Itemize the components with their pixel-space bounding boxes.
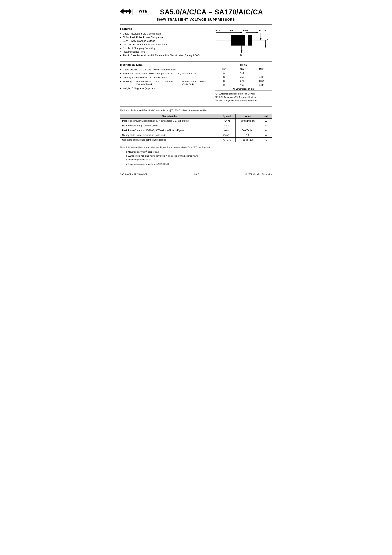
svg-text:B: B — [243, 29, 245, 32]
svg-marker-5 — [240, 32, 242, 33]
list-item: Uni- and Bi-Directional Versions Availab… — [120, 43, 207, 46]
table-row: Peak Forward Surge Current (Note 3) IFSM… — [120, 123, 272, 128]
header-divider — [120, 24, 272, 25]
value-cell: 70 — [235, 123, 260, 128]
mechanical-items: Case: JEDEC DO-15 Low Profile Molded Pla… — [120, 68, 211, 90]
note-3: 3. 8.3ms single half sine-wave duty cycl… — [126, 155, 198, 157]
list-item: Polarity: Cathode Band or Cathode Notch — [120, 76, 211, 79]
page-header: WTE POWER SEMICONDUCTORS SA5.0/A/C/CA – … — [120, 7, 272, 16]
table-row: B 5.50 7.62 — [215, 75, 272, 79]
ratings-table: Characteristic Symbol Value Unit Peak Pu… — [120, 114, 272, 142]
symbol-cell: IPPM — [218, 128, 235, 133]
table-row: D 2.60 3.60 — [215, 83, 272, 87]
features-title: Features — [120, 27, 207, 30]
svg-marker-0 — [120, 8, 126, 14]
dimension-table-area: DO-15 Dim Min Max A 25.4 — B 5.50 7.62 C… — [215, 63, 272, 102]
symbol-cell: PPPM — [218, 118, 235, 123]
package-header: DO-15 — [215, 63, 272, 67]
svg-text:D: D — [240, 53, 242, 56]
main-title: SA5.0/A/C/CA – SA170/A/C/CA — [160, 8, 263, 16]
footer-left: SA5.0/A/CA – SA170/A/C/CA — [120, 173, 147, 175]
note-5: 5. Peak pulse power waveform is 10/1000µ… — [126, 163, 169, 165]
min-col-header: Min — [233, 67, 251, 71]
symbol-header: Symbol — [218, 114, 235, 118]
notes-label: Note: — [120, 146, 125, 148]
notes-section: Note: 1. Non-repetitive current pulse, p… — [120, 145, 272, 166]
page-footer: SA5.0/A/CA – SA170/A/C/CA 1 of 5 © 2002 … — [120, 172, 272, 175]
svg-marker-8 — [256, 32, 258, 33]
svg-marker-18 — [265, 45, 266, 48]
max-ratings-title: Maximum Ratings and Electrical Character… — [120, 109, 272, 112]
unit-cell: W — [260, 133, 272, 138]
characteristic-cell: Steady State Power Dissipation (Note 2, … — [120, 133, 218, 138]
symbol-cell: PM(AV) — [218, 133, 235, 138]
list-item: Plastic Case Material has UL Flammabilit… — [120, 54, 207, 57]
svg-rect-13 — [245, 35, 248, 45]
list-item: Fast Response Time — [120, 50, 207, 53]
suffix-note-2: "A" Suffix Designates 5% Tolerance Devic… — [215, 96, 272, 99]
characteristic-cell: Operating and Storage Temperature Range — [120, 138, 218, 142]
max-col-header: Max — [251, 67, 272, 71]
logo-wte-text: WTE — [139, 9, 148, 14]
table-row: C 0.71 0.864 — [215, 79, 272, 83]
characteristic-header: Characteristic — [120, 114, 218, 118]
value-header: Value — [235, 114, 260, 118]
section-divider-2 — [120, 106, 272, 107]
value-cell: -65 to +175 — [235, 138, 260, 142]
svg-marker-29 — [246, 29, 248, 31]
note-4: 4. Lead temperature at 75°C = TL — [126, 159, 158, 161]
symbol-cell: Ti, TSTG — [218, 138, 235, 142]
characteristic-cell: Peak Forward Surge Current (Note 3) — [120, 123, 218, 128]
logo-area: WTE POWER SEMICONDUCTORS — [120, 7, 154, 16]
note-1: 1. Non-repetitive current pulse, per Fig… — [126, 146, 211, 148]
svg-rect-12 — [231, 35, 252, 45]
table-row: Peak Pulse Power Dissipation at Tₐ = 25°… — [120, 118, 272, 123]
all-dimensions-row: All Dimensions in mm — [215, 87, 272, 91]
note-2: 2. Mounted on 40mm2 copper pad. — [126, 151, 159, 153]
list-item: 5.0V – 170V Standoff Voltage — [120, 39, 207, 42]
svg-marker-23 — [215, 29, 217, 31]
list-item: Glass Passivated Die Construction — [120, 32, 207, 35]
symbol-cell: IFSM — [218, 123, 235, 128]
characteristic-cell: Peak Pulse Power Dissipation at Tₐ = 25°… — [120, 118, 218, 123]
list-item: Terminals: Axial Leads, Solderable per M… — [120, 72, 211, 75]
logo-wte-sub: POWER SEMICONDUCTORS — [134, 14, 153, 15]
list-item: 500W Peak Pulse Power Dissipation — [120, 36, 207, 39]
subtitle: 500W TRANSIENT VOLTAGE SUPPRESSORS — [120, 18, 272, 22]
logo-arrow-icon — [120, 7, 131, 16]
table-row: Steady State Power Dissipation (Note 2, … — [120, 133, 272, 138]
table-row: Operating and Storage Temperature Range … — [120, 138, 272, 142]
features-section: Features Glass Passivated Die Constructi… — [120, 27, 272, 58]
list-item: Marking: Unidirectional – Device Code an… — [120, 80, 211, 86]
svg-marker-20 — [240, 50, 242, 53]
mechanical-section: Mechanical Data Case: JEDEC DO-15 Low Pr… — [120, 63, 272, 102]
footer-right: © 2002 Won-Top Electronics — [246, 173, 272, 175]
features-items: Glass Passivated Die Construction 500W P… — [120, 32, 207, 57]
unit-cell: A — [260, 128, 272, 133]
unit-header: Unit — [260, 114, 272, 118]
table-row: A 25.4 — — [215, 71, 272, 75]
unit-cell: A — [260, 123, 272, 128]
footer-center: 1 of 5 — [194, 173, 199, 175]
svg-text:C: C — [266, 39, 268, 42]
suffix-notes: "C" Suffix Designates Bi-directional Dev… — [215, 92, 272, 102]
mechanical-title: Mechanical Data — [120, 63, 211, 66]
value-cell: See Table 1 — [235, 128, 260, 133]
features-list: Features Glass Passivated Die Constructi… — [120, 27, 207, 58]
ratings-header-row: Characteristic Symbol Value Unit — [120, 114, 272, 118]
suffix-note-3: No Suffix Designates 10% Tolerance Devic… — [215, 99, 272, 102]
table-row: Peak Pulse Current on 10/1000µS Waveform… — [120, 128, 272, 133]
dimension-table: DO-15 Dim Min Max A 25.4 — B 5.50 7.62 C… — [215, 63, 272, 91]
list-item: Weight: 0.40 grams (approx.) — [120, 87, 211, 90]
svg-marker-26 — [231, 29, 233, 31]
unit-cell: °C — [260, 138, 272, 142]
svg-marker-2 — [127, 8, 131, 14]
unit-cell: W — [260, 118, 272, 123]
value-cell: 500 Minimum — [235, 118, 260, 123]
list-item: Case: JEDEC DO-15 Low Profile Molded Pla… — [120, 68, 211, 71]
svg-marker-30 — [265, 29, 267, 31]
logo-wte: WTE POWER SEMICONDUCTORS — [132, 9, 154, 15]
svg-text:A: A — [259, 29, 261, 32]
svg-rect-1 — [126, 10, 127, 13]
list-item: Excellent Clamping Capability — [120, 47, 207, 50]
